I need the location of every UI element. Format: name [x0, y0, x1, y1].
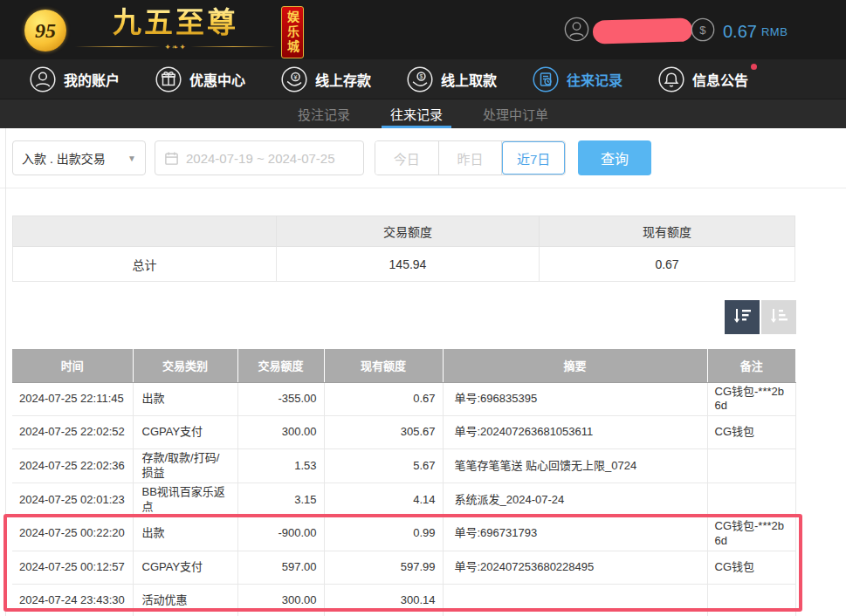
summary-total-transaction-amount: 145.94	[277, 247, 540, 282]
tab-pending-orders[interactable]: 处理中订单	[479, 99, 552, 128]
chevron-down-icon: ▼	[127, 154, 136, 163]
nav-item-my-account[interactable]: 我的账户	[30, 66, 120, 92]
user-avatar-icon	[564, 17, 589, 45]
transaction-type-select[interactable]: 入款 . 出款交易 ▼	[12, 140, 146, 175]
sort-ascending-icon	[768, 305, 789, 329]
table-row-highlighted: 2024-07-25 00:22:20 出款 -900.00 0.99 单号:6…	[12, 517, 795, 551]
summary-total-current-balance: 0.67	[540, 247, 795, 282]
yesterday-button[interactable]: 昨日	[439, 141, 503, 175]
records-icon	[533, 66, 559, 92]
table-row: 2024-07-25 22:02:52 CGPAY支付 300.00 305.6…	[12, 416, 795, 449]
summary-header-transaction-amount: 交易额度	[277, 216, 540, 247]
summary-header-empty	[13, 216, 277, 247]
summary-total-label: 总计	[13, 247, 277, 282]
col-header-summary: 摘要	[443, 349, 707, 382]
sort-button-group	[725, 300, 796, 334]
nav-item-announcements[interactable]: 信息公告	[658, 66, 748, 92]
calendar-icon	[164, 151, 179, 166]
table-header-row: 时间 交易类别 交易额度 现有额度 摘要 备注	[12, 349, 795, 382]
col-header-amount: 交易额度	[237, 349, 324, 382]
account-area[interactable]	[564, 17, 692, 45]
logo-monogram-icon: 95	[24, 10, 66, 51]
col-header-remark: 备注	[707, 349, 795, 382]
svg-text:$: $	[699, 24, 706, 37]
summary-header-row: 交易额度 现有额度	[13, 216, 795, 247]
site-logo[interactable]: 95 九五至尊 ✦❧✦ 娱乐城	[24, 4, 304, 58]
balance-display: $ 0.67 RMB	[691, 17, 788, 45]
col-header-type: 交易类别	[133, 349, 237, 382]
sort-ascending-button[interactable]	[761, 300, 796, 334]
col-header-balance: 现有额度	[324, 349, 443, 382]
table-row-highlighted: 2024-07-25 00:12:57 CGPAY支付 597.00 597.9…	[12, 551, 795, 584]
dollar-icon: $	[691, 17, 715, 45]
balance-currency: RMB	[761, 25, 788, 38]
summary-table: 交易额度 现有额度 总计 145.94 0.67	[12, 216, 795, 282]
quick-date-button-group: 今日 昨日 近7日	[375, 140, 566, 175]
nav-item-deposit[interactable]: ¥ 线上存款	[281, 66, 371, 92]
redacted-username	[593, 18, 693, 44]
nav-item-promotions[interactable]: 优惠中心	[155, 66, 245, 92]
notification-dot	[751, 64, 757, 70]
logo-flourish: ✦❧✦	[75, 42, 276, 52]
deposit-icon: ¥	[281, 66, 307, 92]
table-row-highlighted: 2024-07-24 23:43:30 活动优惠 300.00 300.14	[12, 584, 795, 616]
balance-amount: 0.67	[723, 22, 757, 42]
withdraw-icon: $	[407, 66, 433, 92]
table-row: 2024-07-25 02:01:23 BB视讯百家乐返点 3.15 4.14 …	[12, 483, 795, 517]
last-7-days-button[interactable]: 近7日	[502, 141, 565, 175]
svg-text:¥: ¥	[294, 73, 298, 79]
date-range-input[interactable]: 2024-07-19 ~ 2024-07-25	[155, 140, 364, 175]
transactions-table: 时间 交易类别 交易额度 现有额度 摘要 备注 2024-07-25 22:11…	[12, 349, 796, 616]
sort-descending-button[interactable]	[725, 300, 760, 334]
tab-betting-records[interactable]: 投注记录	[294, 99, 354, 128]
search-button[interactable]: 查询	[578, 140, 651, 175]
sub-nav: 投注记录 往来记录 处理中订单	[0, 99, 846, 128]
today-button[interactable]: 今日	[375, 141, 439, 175]
filter-bar: 入款 . 出款交易 ▼ 2024-07-19 ~ 2024-07-25 今日 昨…	[0, 128, 846, 188]
bell-icon	[658, 66, 684, 92]
svg-text:$: $	[420, 73, 423, 79]
sort-descending-icon	[732, 305, 753, 329]
gift-icon	[155, 66, 182, 92]
nav-item-withdraw[interactable]: $ 线上取款	[407, 66, 497, 92]
col-header-time: 时间	[12, 349, 133, 382]
summary-total-row: 总计 145.94 0.67	[13, 247, 795, 282]
tab-transaction-records[interactable]: 往来记录	[387, 99, 446, 128]
logo-badge: 娱乐城	[281, 6, 304, 58]
nav-item-transaction-records[interactable]: 往来记录	[533, 66, 622, 92]
table-row: 2024-07-25 22:11:45 出款 -355.00 0.67 单号:6…	[12, 382, 795, 416]
top-header: 95 九五至尊 ✦❧✦ 娱乐城 $ 0.67 RMB	[0, 0, 846, 59]
content-left-edge	[5, 128, 6, 616]
main-nav: 我的账户 优惠中心 ¥ 线上存款 $	[0, 59, 846, 99]
summary-header-current-balance: 现有额度	[540, 216, 795, 247]
table-row: 2024-07-25 22:02:36 存款/取款/打码/损益 1.53 5.6…	[12, 449, 795, 483]
user-icon	[30, 66, 56, 92]
site-title: 九五至尊	[113, 4, 238, 42]
